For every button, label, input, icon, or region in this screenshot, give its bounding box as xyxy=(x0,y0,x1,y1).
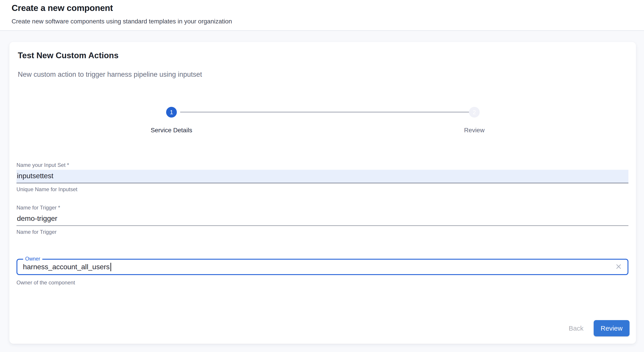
trigger-name-label: Name for Trigger * xyxy=(16,205,628,211)
inputset-name-helper: Unique Name for Inputset xyxy=(16,186,628,193)
wizard-card: Test New Custom Actions New custom actio… xyxy=(9,42,636,344)
step-1-indicator: 1 xyxy=(166,107,177,118)
step-2-indicator: 2 xyxy=(469,107,480,118)
back-button[interactable]: Back xyxy=(562,320,590,336)
page-subtitle: Create new software components using sta… xyxy=(12,18,232,25)
template-title: Test New Custom Actions xyxy=(18,51,118,60)
owner-label: Owner xyxy=(23,256,42,262)
trigger-name-helper: Name for Trigger xyxy=(16,229,628,235)
step-1-number: 1 xyxy=(170,109,173,116)
x-icon xyxy=(615,263,622,271)
owner-field-group: Owner harness_account_all_users Owner of… xyxy=(16,259,628,286)
wizard-actions: Back Review xyxy=(562,320,630,336)
trigger-name-field-group: Name for Trigger * Name for Trigger xyxy=(16,205,628,235)
trigger-name-input[interactable] xyxy=(16,212,628,226)
inputset-name-label: Name your Input Set * xyxy=(16,162,628,168)
page-header: Create a new component Create new softwa… xyxy=(0,0,644,31)
owner-input-value: harness_account_all_users xyxy=(23,263,110,271)
clear-owner-button[interactable] xyxy=(615,263,622,271)
owner-helper: Owner of the component xyxy=(16,279,628,286)
step-connector-line xyxy=(180,112,469,112)
step-1-label: Service Details xyxy=(127,127,216,134)
text-cursor xyxy=(110,263,111,271)
template-description: New custom action to trigger harness pip… xyxy=(18,71,202,79)
page-title: Create a new component xyxy=(12,3,113,13)
inputset-name-field-group: Name your Input Set * Unique Name for In… xyxy=(16,162,628,193)
step-2-number: 2 xyxy=(473,109,476,116)
step-2-label: Review xyxy=(430,127,519,134)
review-button[interactable]: Review xyxy=(594,320,630,336)
inputset-name-input[interactable] xyxy=(16,170,628,183)
owner-input[interactable]: Owner harness_account_all_users xyxy=(16,259,628,275)
